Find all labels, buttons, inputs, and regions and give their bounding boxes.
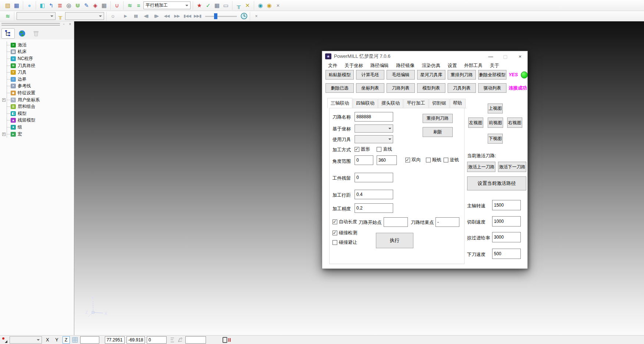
set-active-path-button[interactable]: 设置当前激活路径: [467, 176, 526, 190]
transform-arrow-icon[interactable]: ↰: [47, 1, 55, 10]
dialog-titlebar[interactable]: ★ PowerMILL 忆梦星河 7.0.6 — ▢ ×: [322, 51, 527, 62]
ucs-field[interactable]: [185, 336, 206, 344]
tab-explorer-globe[interactable]: [15, 28, 29, 39]
activate-prev-toolpath-button[interactable]: 激活上一刀路: [467, 162, 495, 172]
status-dropdown[interactable]: [10, 336, 42, 344]
tree-item[interactable]: ◧ 模型: [7, 110, 74, 117]
end-point-field[interactable]: [435, 217, 459, 227]
dialog-tab[interactable]: 摆头联动: [378, 99, 403, 108]
dialog-tab[interactable]: 帮助: [450, 99, 466, 108]
pin-tools-icon[interactable]: ╥: [235, 1, 243, 10]
action-button[interactable]: 刀具列表: [448, 83, 476, 93]
viewport-toggle-icon[interactable]: [223, 337, 227, 343]
pause-icon[interactable]: ▮▮: [132, 12, 140, 20]
bidirectional-checkbox[interactable]: 双向: [405, 157, 421, 163]
refresh-button[interactable]: 刷新: [423, 127, 453, 137]
execute-button[interactable]: 执行: [376, 233, 413, 248]
slider-handle[interactable]: [214, 13, 217, 19]
go-to-end-icon[interactable]: ▶▶▮: [193, 12, 202, 20]
checkbox-icon[interactable]: [426, 158, 431, 162]
tree-item[interactable]: ≡ NC程序: [7, 55, 74, 62]
menu-item[interactable]: 外部工具: [460, 63, 486, 69]
stepover-field[interactable]: [355, 190, 393, 199]
points-icon[interactable]: ◈: [91, 1, 99, 10]
step-forward-icon[interactable]: ▮▶: [152, 12, 160, 20]
close-button[interactable]: ×: [513, 51, 527, 62]
tolerance-field[interactable]: [355, 203, 393, 213]
menu-item[interactable]: 路径编辑: [367, 63, 392, 69]
tree-item[interactable]: ○ 边界: [7, 76, 74, 83]
close-panel-icon[interactable]: ×: [68, 22, 72, 26]
start-point-field[interactable]: [384, 217, 408, 227]
angle-from-field[interactable]: [355, 155, 373, 165]
tree-item[interactable]: ◆ 特征设置: [7, 89, 74, 96]
checkbox-icon[interactable]: [444, 158, 448, 162]
cursor-z-field[interactable]: [147, 336, 167, 344]
rewind-icon[interactable]: ◀◀: [163, 12, 171, 20]
toolpath-name-field[interactable]: [355, 112, 393, 122]
tree-item[interactable]: ✕ 参考线: [7, 83, 74, 90]
checkbox-icon[interactable]: [332, 220, 337, 224]
left-view-button[interactable]: 左视图: [468, 117, 483, 128]
calculator-icon[interactable]: ▦: [213, 1, 221, 10]
strategy-dropdown[interactable]: 平行精加工: [143, 1, 191, 9]
tree-item[interactable]: ● 组: [7, 124, 74, 131]
expand-icon[interactable]: [2, 133, 6, 136]
action-button[interactable]: 坐标列表: [356, 83, 384, 93]
toolbar-close-icon[interactable]: ×: [252, 12, 260, 20]
menu-item[interactable]: 设置: [444, 63, 460, 69]
stock-icon[interactable]: ≣: [56, 1, 64, 10]
ruler-icon[interactable]: ▭: [222, 1, 230, 10]
maximize-button[interactable]: ▢: [498, 51, 513, 62]
checkbox-icon[interactable]: [332, 231, 337, 235]
action-button[interactable]: 毛坯编辑: [387, 70, 415, 80]
menu-item[interactable]: 关于: [486, 63, 503, 69]
action-button[interactable]: 星河刀具库: [417, 70, 445, 80]
tree-item[interactable]: ▸ 宏: [7, 131, 74, 138]
tree-item[interactable]: ≋ 刀具路径: [7, 62, 74, 69]
lightbulb-icon[interactable]: ○: [109, 12, 117, 20]
right-view-button[interactable]: 右视图: [507, 117, 522, 128]
top-view-button[interactable]: 上视图: [488, 103, 503, 113]
ucs-icon[interactable]: [177, 337, 184, 343]
clamp-icon[interactable]: ⋓: [74, 1, 82, 10]
angle-to-field[interactable]: [377, 155, 397, 165]
stock-left-field[interactable]: [355, 173, 393, 182]
action-button[interactable]: 重排列刀路: [448, 70, 476, 80]
mode-circle-checkbox[interactable]: 圆形: [355, 146, 370, 152]
block-icon[interactable]: ◧: [38, 1, 46, 10]
go-to-start-icon[interactable]: ▮◀◀: [183, 12, 191, 20]
tree-item[interactable]: ≣ 层和组合: [7, 103, 74, 110]
axis-z-button[interactable]: Z: [63, 336, 70, 344]
tab-explorer-tree[interactable]: [1, 28, 15, 39]
step-back-icon[interactable]: ◀▮: [142, 12, 150, 20]
tree-item[interactable]: ✎ 用户坐标系: [7, 96, 74, 103]
action-button[interactable]: 删除已选: [325, 83, 354, 93]
axis-x-button[interactable]: X: [44, 336, 51, 344]
database-gold-icon[interactable]: ◉: [265, 1, 273, 10]
checkbox-icon[interactable]: [405, 158, 410, 162]
grid-size-field[interactable]: [80, 336, 99, 344]
spindle-speed-field[interactable]: [492, 200, 521, 210]
float-panel-icon[interactable]: ▫: [61, 22, 66, 26]
action-button[interactable]: 驱动列表: [478, 83, 506, 93]
crossed-arrows-icon[interactable]: ✕: [243, 1, 252, 10]
reorder-toolpath-button[interactable]: 重排列刀路: [423, 114, 453, 123]
save-icon[interactable]: ▦: [13, 1, 21, 10]
toolpath-ribbon-icon[interactable]: ≋: [4, 12, 12, 20]
cursor-x-field[interactable]: [105, 336, 125, 344]
auto-length-checkbox[interactable]: 自动长度: [332, 219, 357, 225]
climb-mill-checkbox[interactable]: 顺铣: [426, 157, 441, 163]
conventional-mill-checkbox[interactable]: 逆铣: [444, 157, 459, 163]
simulation-icon[interactable]: ∪: [113, 1, 121, 10]
action-button[interactable]: 删除全部模型: [478, 70, 506, 80]
tool-star-icon[interactable]: ★: [195, 1, 203, 10]
database-blue-icon[interactable]: ◉: [256, 1, 264, 10]
plunge-feed-field[interactable]: [492, 249, 521, 259]
dialog-tab[interactable]: 平行加工: [403, 99, 428, 108]
simulation-speed-slider[interactable]: [205, 13, 237, 19]
use-tool-dropdown[interactable]: [355, 135, 393, 143]
dialog-tab[interactable]: 切割锯: [429, 99, 449, 108]
toolbar-close-icon[interactable]: ×: [274, 1, 282, 10]
verify-check-icon[interactable]: ✓: [204, 1, 212, 10]
